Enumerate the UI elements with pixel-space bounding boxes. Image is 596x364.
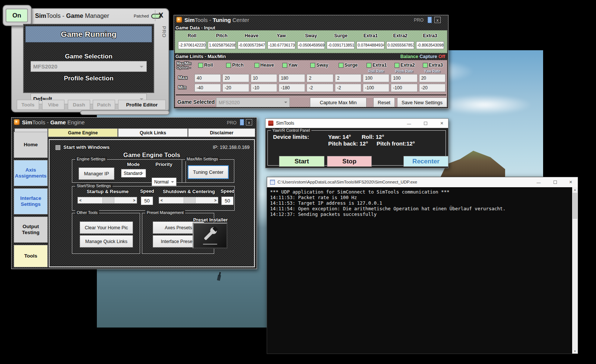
game-selected-dropdown[interactable]: MFS2020 [216,98,290,107]
tools-button[interactable]: Tools [17,100,39,110]
min-field[interactable]: -20 [222,84,249,92]
max-field[interactable]: 20 [419,74,446,82]
surge-checkbox[interactable] [339,63,343,68]
console-line: 14:11:53: Target IP address is 127.0.0.1 [270,200,572,206]
slider-thumb[interactable] [184,197,196,203]
sidebar-item-home[interactable]: Home [14,132,48,158]
profile-editor-button[interactable]: Profile Editor [118,100,166,110]
sidebar-item-interface-settings[interactable]: Interface Settings [14,188,48,214]
input-value-field[interactable]: -2.97061422202 [178,41,206,49]
scroll-up-icon[interactable]: ▲ [572,188,578,191]
max-field[interactable]: 100 [391,74,417,82]
dash-button[interactable]: Dash [68,100,90,110]
maximize-icon[interactable] [422,120,429,127]
preset-installer-button[interactable] [193,223,228,249]
mode-dropdown[interactable]: Standard [121,169,146,178]
startup-speed-input[interactable]: 50 [141,197,153,205]
clear-home-pic-button[interactable]: Clear Your Home Pic [80,221,133,234]
tab-quick-links[interactable]: Quick Links [118,128,188,137]
sway-checkbox[interactable] [310,63,315,68]
input-value-field[interactable]: -0.80635430989 [416,41,444,49]
max-field[interactable]: 40 [194,74,221,82]
window-bottom-strip [80,110,169,115]
max-field[interactable]: 100 [363,74,389,82]
priority-dropdown[interactable]: Normal [152,178,177,186]
roll-checkbox[interactable] [198,63,203,68]
axis-checkbox-row: Roll Pitch Heave Yaw Sway Surge Extra1 E… [194,63,446,68]
reset-button[interactable]: Reset [373,98,395,107]
pitch-checkbox[interactable] [226,63,231,68]
minimize-icon[interactable]: — [406,120,412,127]
tab-game-engine[interactable]: Game Engine [48,128,118,137]
capture-max-min-button[interactable]: Capture Max Min [310,98,367,107]
close-icon[interactable]: ✕ [567,179,574,185]
tab-disclaimer[interactable]: Disclaimer [188,128,255,137]
pin-icon[interactable] [428,17,432,23]
min-field[interactable]: -40 [194,84,221,92]
axis-value-row: -2.97061422202 1.60258756208 -0.00305728… [178,41,444,49]
heave-checkbox[interactable] [254,63,259,68]
maxmin-option-label: Max/MinOption - [177,61,191,70]
max-field[interactable]: 20 [222,74,249,82]
shutdown-speed-input[interactable]: 50 [221,197,234,205]
shutdown-speed-slider[interactable]: < > [159,197,218,204]
maximize-icon[interactable] [552,179,558,185]
max-field[interactable]: 180 [279,74,305,82]
max-field[interactable]: 10 [251,74,277,82]
min-field[interactable]: -2 [335,84,361,92]
input-value-field[interactable]: 0.02655567853 [386,41,414,49]
slider-right-arrow[interactable]: > [214,198,216,202]
on-button[interactable]: On [6,9,28,22]
game-selection-dropdown[interactable]: MFS2020 [31,61,147,72]
vertical-scrollbar[interactable]: ▲ ▼ [572,187,578,354]
start-button[interactable]: Start [279,156,324,167]
input-value-field[interactable]: -0.05064595695 [297,41,325,49]
close-icon[interactable]: x [246,119,252,125]
min-field[interactable]: -20 [419,84,446,92]
pin-icon[interactable] [240,119,244,125]
patched-label: Patched [134,14,149,18]
patch-button[interactable]: Patch [93,100,115,110]
input-value-field[interactable]: 0.07844884934 [356,41,384,49]
min-field[interactable]: -10 [251,84,277,92]
scrollbar-thumb[interactable] [573,193,577,219]
yaw-checkbox[interactable] [282,63,287,68]
input-value-field[interactable]: -0.00305728477 [238,41,266,49]
slider-left-arrow[interactable]: < [79,198,82,202]
close-icon[interactable]: X [156,10,165,20]
min-field[interactable]: -2 [307,84,333,92]
input-value-field[interactable]: -130.677361736 [267,41,295,49]
recenter-button[interactable]: Recenter [403,156,448,167]
manage-quick-links-button[interactable]: Manage Quick Links [80,235,133,248]
min-field[interactable]: -180 [279,84,305,92]
minimize-icon[interactable]: — [535,179,542,185]
sidebar-item-axis-assignments[interactable]: Axis Assignments [14,160,48,186]
vibe-button[interactable]: Vibe [42,100,64,110]
stop-button[interactable]: Stop [327,156,372,167]
scroll-down-icon[interactable]: ▼ [572,350,578,352]
sidebar-item-tools[interactable]: Tools [14,245,48,267]
extra2-checkbox[interactable] [394,63,399,68]
max-value-row: 40 20 10 180 2 2 100 100 20 [194,74,446,82]
rate-label-row: Roll Rate Pitch Rate Yaw Rate [194,69,446,73]
manager-ip-button[interactable]: Manager IP [79,167,114,180]
slider-left-arrow[interactable]: < [161,198,163,202]
sidebar-item-output-testing[interactable]: Output Testing [14,217,48,243]
close-icon[interactable]: ✕ [438,120,445,127]
start-with-windows-checkbox[interactable] [56,145,60,150]
extra3-checkbox[interactable] [423,63,428,68]
slider-right-arrow[interactable]: > [133,198,135,202]
extra1-checkbox[interactable] [367,63,371,68]
min-field[interactable]: -100 [363,84,389,92]
min-field[interactable]: -100 [391,84,417,92]
slider-thumb[interactable] [102,197,114,203]
max-field[interactable]: 2 [335,74,361,82]
save-new-settings-button[interactable]: Save New Settings [397,98,447,107]
preset-installer-label: Preset Installer [192,217,229,223]
tuning-center-button[interactable]: Tuning Center [188,165,229,179]
close-icon[interactable]: x [434,17,441,23]
input-value-field[interactable]: -0.03917138514 [327,41,355,49]
max-field[interactable]: 2 [307,74,333,82]
input-value-field[interactable]: 1.60258756208 [208,41,236,49]
startup-speed-slider[interactable]: < > [77,197,137,204]
